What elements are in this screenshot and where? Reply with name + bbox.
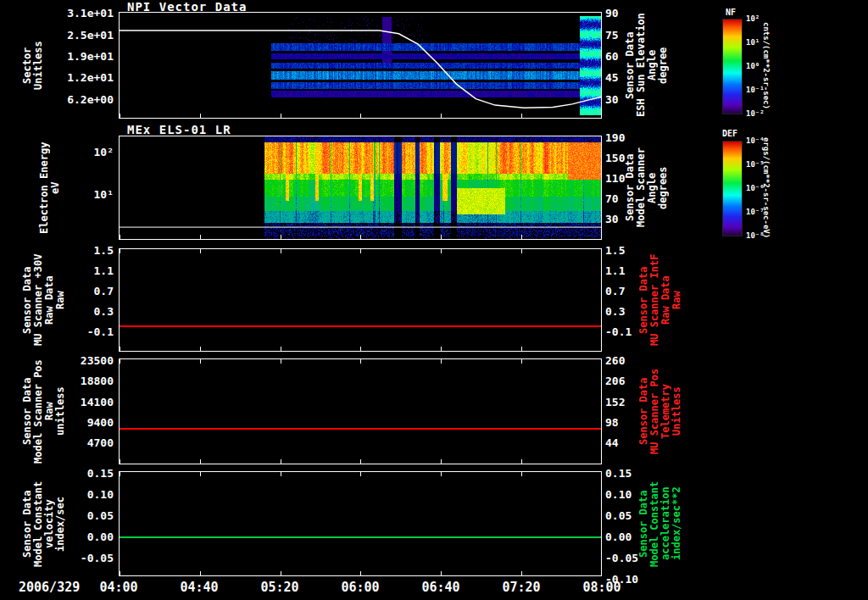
x-tick-label: 06:00 [331, 580, 390, 595]
axis-label-line: Unitless [33, 12, 44, 119]
p1-left-tick: 3.1e+01 [53, 7, 114, 19]
panel4-lineplot [119, 358, 602, 464]
colorbar1-name: NF [726, 8, 736, 17]
panel2-left-axis-label: Electron Energy eV [39, 136, 61, 240]
axis-label-line: degree [658, 12, 669, 119]
x-tick-label: 04:00 [89, 580, 148, 595]
p1-left-tick: 1.2e+01 [53, 71, 114, 84]
panel3-right-axis-label: Sensor Data MU Scanner IntF Raw Data Raw [638, 248, 682, 352]
panel5-right-axis-label: Sensor Data Model Constant acceleration … [638, 471, 682, 576]
plot-page: NPI Vector Data MEx ELS-01 LR 3.1e+01 2.… [0, 0, 868, 600]
mu-scanner-30v-data-line [120, 325, 601, 327]
npi-spectrogram-canvas [120, 13, 601, 118]
panel3-left-axis-label: Sensor Data MU Scanner +30V Raw Data Raw [22, 248, 66, 352]
axis-label-line: Raw [55, 248, 66, 352]
axis-label-line: ergs/(cm**2-sr-sec-eV) [761, 137, 771, 239]
panel4-right-axis-label: Sensor Data MU Scanner Pos Telemetry Uni… [638, 358, 682, 464]
axis-label-line: Raw [671, 248, 682, 352]
x-axis-date-label: 2006/329 [19, 580, 92, 595]
axis-label-line: unitless [55, 358, 66, 464]
panel5-lineplot [119, 471, 602, 576]
axis-label-line: eV [50, 136, 61, 240]
panel2-right-axis-label: Sensor Data Model Scanner Angle degrees [625, 136, 669, 240]
p2-left-tick: 10² [53, 146, 114, 158]
x-tick-label: 07:20 [492, 580, 551, 595]
x-tick-label: 04:40 [170, 580, 229, 595]
els-spectrogram-canvas [120, 136, 601, 239]
colorbar2-gradient [722, 141, 743, 236]
panel2-title: MEx ELS-01 LR [127, 123, 231, 136]
p1-left-tick: 2.5e+01 [53, 29, 114, 42]
panel2-spectrogram [119, 136, 602, 240]
x-tick-label: 05:20 [250, 580, 309, 595]
panel1-spectrogram [119, 12, 602, 119]
axis-label-line: degrees [658, 136, 669, 240]
axis-label-line: index/sec [55, 471, 66, 576]
x-tick-label: 06:40 [411, 580, 470, 595]
panel1-left-axis-label: Sector Unitless [22, 12, 44, 119]
axis-label-line: Unitless [671, 358, 682, 464]
p1-left-tick: 6.2e+00 [53, 93, 114, 106]
p2-left-tick: 10¹ [53, 188, 114, 201]
x-tick-label: 08:00 [572, 580, 632, 595]
model-constant-velocity-data-line [120, 536, 601, 538]
p1-left-tick: 1.9e+01 [53, 50, 114, 63]
axis-label-line: index/sec**2 [671, 471, 682, 576]
colorbar1-units-label: cnts/(cm**2-sr-sec) [761, 14, 771, 117]
colorbar2-units-label: ergs/(cm**2-sr-sec-eV) [761, 137, 771, 239]
colorbar2-name: DEF [722, 129, 737, 138]
colorbar1-gradient [722, 19, 743, 114]
panel3-lineplot [119, 248, 602, 352]
panel5-left-axis-label: Sensor Data Model Constant velocity inde… [22, 471, 66, 576]
axis-label-line: cnts/(cm**2-sr-sec) [761, 14, 771, 117]
panel4-left-axis-label: Sensor Data Model Scanner Pos Raw unitle… [22, 358, 66, 464]
panel1-right-axis-label: Sensor Data ESH Sun Elevation Angle degr… [625, 12, 669, 119]
model-scanner-pos-data-line [120, 428, 601, 430]
